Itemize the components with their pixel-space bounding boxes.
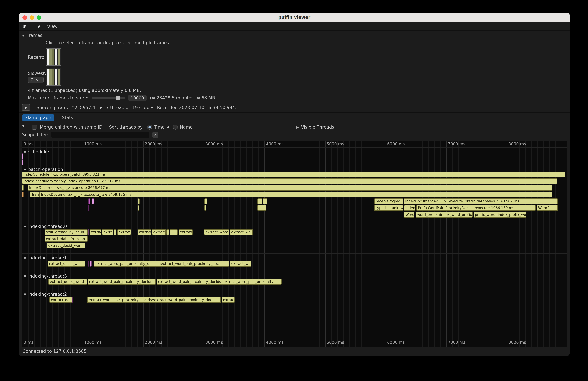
scope-bar[interactable]: extract_word_pair_proximity_docids::extr… (87, 297, 221, 303)
radio-sort-name[interactable]: Name (173, 125, 193, 129)
scope-bar[interactable] (138, 198, 140, 204)
scope-bar[interactable]: extract_word_pair_proximity_docids::extr… (94, 261, 229, 267)
scope-bar[interactable] (88, 229, 89, 235)
clear-button[interactable]: Clear (28, 77, 44, 83)
scope-bar[interactable]: extract_wo (230, 229, 253, 235)
scope-filter-input[interactable] (51, 132, 149, 138)
visible-threads-header[interactable]: ▶ Visible Threads (296, 125, 334, 129)
merge-checkbox[interactable] (32, 125, 37, 129)
scope-bar[interactable] (205, 205, 207, 211)
scope-bar[interactable]: IndexDocuments<_, _>::execute_prefix_dat… (404, 198, 558, 204)
menu-file[interactable]: File (33, 24, 41, 29)
sort-threads-label: Sort threads by: (109, 125, 144, 129)
scope-bar[interactable]: extract_ (138, 229, 151, 235)
frame-bar[interactable] (47, 69, 49, 85)
scope-bar[interactable]: extract_word_pair_proximity_docids (88, 279, 156, 285)
frame-bar[interactable] (58, 69, 60, 85)
frame-bar[interactable] (52, 69, 55, 85)
thread-header[interactable]: ▼scheduler (24, 149, 49, 154)
maximize-window-button[interactable] (37, 15, 41, 20)
thread-header[interactable]: ▼indexing-thread:2 (24, 292, 67, 297)
scope-bar[interactable]: extract_docid_word (48, 279, 87, 285)
scope-bar[interactable] (22, 185, 24, 191)
recent-frames-thumbnail[interactable] (46, 48, 61, 66)
scope-bar[interactable]: extract_ (152, 229, 166, 235)
section-divider (22, 338, 567, 338)
scope-bar[interactable]: prefix_word::index_prefix_wo (474, 212, 526, 217)
scope-bar[interactable] (205, 198, 207, 204)
scope-bar[interactable]: Word (404, 212, 415, 217)
scope-bar[interactable]: split_grenad_by_chun (45, 229, 88, 235)
scope-bar[interactable]: extract_doc (49, 297, 72, 303)
flamegraph-canvas[interactable]: 0 ms0 ms1000 ms1000 ms2000 ms2000 ms3000… (22, 141, 567, 347)
scope-bar[interactable]: IndexScheduler>::apply_index_operation 8… (22, 178, 557, 184)
time-tick-label: 0 ms (23, 142, 33, 146)
scope-bar[interactable]: extract_word (204, 229, 229, 235)
scope-bar[interactable] (170, 229, 178, 235)
scope-bar[interactable] (72, 297, 73, 303)
scope-bar[interactable]: IndexDocuments<_, _>::execute_raw 8459.1… (40, 192, 553, 197)
scope-bar[interactable]: extract_docid_wor (47, 243, 85, 248)
tab-stats[interactable]: Stats (59, 114, 76, 121)
scope-bar[interactable] (263, 198, 268, 204)
max-frames-value[interactable]: 18000 (128, 95, 147, 101)
scope-bar[interactable] (22, 192, 24, 197)
minimize-window-button[interactable] (30, 15, 34, 20)
scope-bar[interactable] (114, 229, 116, 235)
scope-bar[interactable] (22, 153, 23, 159)
frame-bar[interactable] (55, 69, 57, 85)
titlebar[interactable]: puffin viewer (19, 13, 570, 22)
scope-bar[interactable]: IndexDocuments<_, _>::execute 8656.677 m… (28, 185, 552, 191)
scope-bar[interactable]: extrac (222, 297, 235, 303)
scope-bar[interactable]: extract (178, 229, 193, 235)
frame-bar[interactable] (58, 49, 60, 65)
frame-bar[interactable] (52, 49, 55, 65)
scope-bar[interactable] (88, 198, 90, 204)
scope-bar[interactable]: WordPr (537, 205, 558, 211)
scope-bar[interactable]: extract_docid_wor (48, 261, 85, 267)
scope-bar[interactable] (88, 261, 89, 267)
scope-bar[interactable]: word_prefix::index_word_prefix_ (416, 212, 473, 217)
thread-header[interactable]: ▼indexing-thread:3 (24, 274, 67, 279)
clear-filter-button[interactable]: ✖ (152, 132, 158, 138)
menu-view[interactable]: View (47, 24, 58, 29)
scope-bar[interactable]: receive_typed_ (374, 198, 403, 204)
scope-bar[interactable]: extract_word_pair_proximity_docids::extr… (157, 279, 281, 285)
scope-bar[interactable]: extra (102, 229, 113, 235)
scope-bar[interactable] (88, 205, 89, 211)
max-frames-slider[interactable] (91, 96, 125, 100)
thread-header[interactable]: ▼batch-operation (24, 167, 63, 172)
scope-bar[interactable] (138, 205, 139, 211)
scope-bar[interactable] (22, 159, 23, 165)
play-pause-button[interactable]: ▶ (22, 104, 30, 111)
scope-bar[interactable] (92, 198, 94, 204)
frame-bar[interactable] (55, 49, 57, 65)
scope-bar[interactable]: extract (90, 229, 102, 235)
slowest-frames-thumbnail[interactable] (46, 68, 61, 85)
close-window-button[interactable] (22, 15, 27, 20)
frames-section-header[interactable]: ▼ Frames (22, 33, 567, 38)
scope-bar[interactable]: extract::data_from_ob (45, 236, 88, 242)
scope-bar[interactable]: extrac (117, 229, 131, 235)
scope-bar[interactable]: IndexScheduler>::process_batch 8953.821 … (22, 171, 565, 177)
frame-bar[interactable] (47, 49, 49, 65)
scope-bar[interactable]: Trans (30, 192, 40, 197)
scope-bar[interactable]: extract_wo (230, 261, 252, 267)
radio-sort-time[interactable]: Time ⬇ (147, 125, 170, 129)
slider-knob[interactable] (116, 96, 120, 100)
scope-bar[interactable] (257, 205, 267, 211)
frame-bar[interactable] (49, 49, 52, 65)
thread-header[interactable]: ▼indexing-thread:0 (24, 224, 67, 229)
scope-bar[interactable]: index (404, 205, 415, 211)
help-button[interactable]: ? (22, 125, 24, 129)
scope-bar[interactable] (90, 261, 92, 267)
thread-header[interactable]: ▼indexing-thread:1 (24, 255, 67, 260)
scope-bar[interactable] (257, 198, 262, 204)
frame-bar[interactable] (49, 69, 52, 85)
scope-bar[interactable]: PrefixWordPairsProximityDocids::execute … (417, 205, 536, 211)
scope-bar[interactable] (167, 229, 169, 235)
tab-flamegraph[interactable]: Flamegraph (22, 114, 54, 121)
theme-toggle-icon[interactable]: ✳ (23, 24, 26, 29)
scope-bar[interactable]: typed_chunk::w (374, 205, 403, 211)
frames-hint: Click to select a frame, or drag to sele… (46, 40, 567, 45)
